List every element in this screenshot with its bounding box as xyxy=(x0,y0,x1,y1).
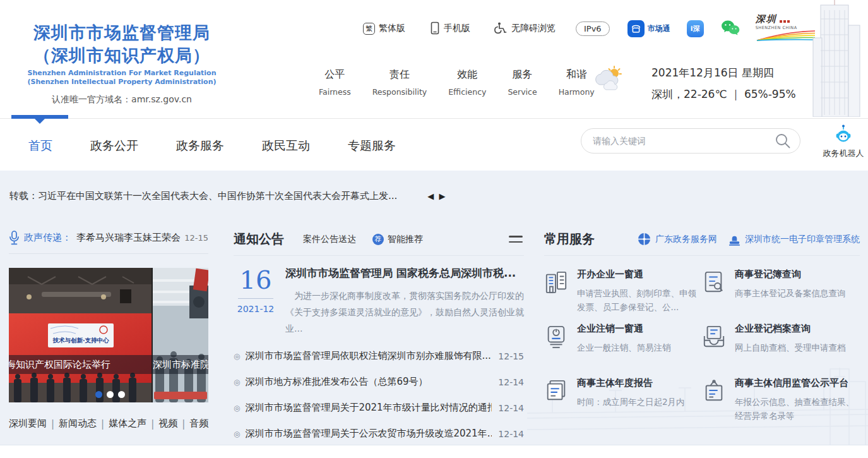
bullet-icon: ◎ xyxy=(234,352,240,361)
carousel-caption: 海知识产权国际论坛举行 xyxy=(9,359,153,371)
content-area: 转载：习近平在中国文联第十一次全国代表大会、中国作协第十次全国代表大会开幕式上发… xyxy=(0,171,868,445)
bullet-icon: ◎ xyxy=(234,430,240,438)
doc-search-icon xyxy=(702,270,726,295)
link-audio[interactable]: 音频 xyxy=(189,418,208,430)
more-menu-icon[interactable] xyxy=(508,233,524,245)
site-logo[interactable]: 深圳市市场监督管理局 （深圳市知识产权局） Shenzhen Administr… xyxy=(18,21,226,105)
notices-title: 通知公告 xyxy=(234,231,284,248)
guangdong-service-link[interactable]: 广东政务服务网 xyxy=(638,232,717,246)
featured-title[interactable]: 深圳市市场监督管理局 国家税务总局深圳市税... xyxy=(285,266,524,280)
nav-item-interaction[interactable]: 政民互动 xyxy=(262,138,310,154)
gov-robot-button[interactable]: 政务机器人 xyxy=(821,124,866,159)
carousel-dot-3[interactable] xyxy=(118,391,125,398)
notices-column: 通知公告 案件公告送达 荐 智能推荐 16 2021-12 深圳市市场监督管理局… xyxy=(234,231,524,447)
recommend-badge-icon: 荐 xyxy=(372,234,384,245)
nav-item-home[interactable]: 首页 xyxy=(28,138,52,154)
search-icon[interactable] xyxy=(775,133,791,149)
featured-summary: 为进一步深化商事制度改革，贯彻落实国务院办公厅印发的《关于支持多渠道灵活就业的意… xyxy=(285,287,524,337)
phone-icon xyxy=(429,21,441,35)
service-card-annual-report[interactable]: 商事主体年度报告 时间：成立周年之日起2月内 xyxy=(544,377,702,431)
weather-date: 2021年12月16日 星期四 xyxy=(651,66,796,80)
link-news-updates[interactable]: 新闻动态 xyxy=(59,418,97,430)
services-header: 常用服务 广东政务服务网 xyxy=(544,231,860,256)
featured-date: 16 2021-12 xyxy=(234,266,278,337)
carousel-caption-next: 深圳市标准院 xyxy=(153,359,208,371)
smart-recommend-link[interactable]: 荐 智能推荐 xyxy=(372,234,423,245)
services-column: 常用服务 广东政务服务网 xyxy=(544,231,860,431)
i-shenzhen-app-icon[interactable]: i深 xyxy=(687,20,704,37)
mobile-version-link[interactable]: 手机版 xyxy=(429,21,470,35)
value-responsibility: 责任 Responsibility xyxy=(372,68,427,97)
voice-news-row[interactable]: 政声传递： 李希马兴瑞李玉妹王荣会... 12-15 xyxy=(9,231,208,254)
service-card-registry-query[interactable]: 商事登记簿查询 商事主体登记及备案信息查询 xyxy=(702,268,860,323)
ipv6-badge[interactable]: IPv6 xyxy=(576,21,610,36)
bullet-icon: ◎ xyxy=(234,404,240,413)
main-nav: 首页 政务公开 政务服务 政民互动 专题服务 xyxy=(0,118,868,171)
voice-news-date: 12-15 xyxy=(184,233,208,243)
notice-list: ◎ 深圳市市场监督管理局依职权注销深圳市别亦难服饰有限... 12-15 ◎ 深… xyxy=(234,343,524,447)
voice-news-headline[interactable]: 李希马兴瑞李玉妹王荣会... xyxy=(76,232,181,244)
news-column: 政声传递： 李希马兴瑞李玉妹王荣会... 12-15 xyxy=(9,231,208,430)
service-card-open-business[interactable]: 开办企业一窗通 申请营业执照、刻制印章、申领发票、员工参保登记、公... xyxy=(544,268,702,323)
robot-icon xyxy=(831,124,855,144)
wechat-icon[interactable] xyxy=(720,20,740,37)
weather-text: 2021年12月16日 星期四 深圳，22-26℃ ｜ 65%-95% xyxy=(651,66,796,102)
site-title-cn2: （深圳市知识产权局） xyxy=(18,44,226,67)
link-shenzhen-news[interactable]: 深圳要闻 xyxy=(9,418,47,430)
site-header: 深圳市市场监督管理局 （深圳市知识产权局） Shenzhen Administr… xyxy=(0,0,868,118)
seal-icon xyxy=(728,233,740,246)
link-video[interactable]: 视频 xyxy=(158,418,177,430)
link-media-voice[interactable]: 媒体之声 xyxy=(109,418,146,430)
weather-widget: 2021年12月16日 星期四 深圳，22-26℃ ｜ 65%-95% xyxy=(593,66,796,102)
carousel-dot-1[interactable] xyxy=(95,391,102,398)
red-seal-marks xyxy=(780,20,790,23)
market-app-icon xyxy=(627,20,645,37)
carousel-dot-2[interactable] xyxy=(107,391,114,398)
pinwheel-icon xyxy=(638,232,651,246)
carousel-next-slide-photo xyxy=(153,268,208,402)
search-input[interactable] xyxy=(593,136,775,146)
carousel-slide-photo: 技术与创新·支持中心 xyxy=(9,268,152,402)
report-docs-icon xyxy=(544,378,568,404)
market-app-link[interactable]: 市场通 xyxy=(627,20,670,37)
case-announcement-link[interactable]: 案件公告送达 xyxy=(303,234,356,245)
nav-item-gov-disclosure[interactable]: 政务公开 xyxy=(90,138,138,154)
ticker-next-icon[interactable]: ▶ xyxy=(439,191,446,201)
nav-item-special-services[interactable]: 专题服务 xyxy=(348,138,396,154)
active-tab-arrow xyxy=(35,119,45,124)
notice-item[interactable]: ◎ 深圳市市场监督管理局关于公示农贸市场升级改造2021年... 12-14 xyxy=(234,421,524,447)
site-title-cn: 深圳市市场监督管理局 xyxy=(18,21,226,44)
nav-item-gov-services[interactable]: 政务服务 xyxy=(176,138,224,154)
featured-notice[interactable]: 16 2021-12 深圳市市场监督管理局 国家税务总局深圳市税... 为进一步… xyxy=(234,266,524,337)
ticker-headline[interactable]: 转载：习近平在中国文联第十一次全国代表大会、中国作协第十次全国代表大会开幕式上发… xyxy=(9,190,397,202)
notice-item[interactable]: ◎ 深圳市市场监督管理局依职权注销深圳市别亦难服饰有限... 12-15 xyxy=(234,343,524,369)
service-card-archive-query[interactable]: 企业登记档案查询 网上自助查档、受理申请查档 xyxy=(702,323,860,377)
notice-item[interactable]: ◎ 深圳市市场监督管理局关于2021年市级计量比对情况的通报 12-14 xyxy=(234,395,524,421)
core-values: 公平 Fairness 责任 Responsibility 效能 Efficie… xyxy=(319,68,616,97)
accessibility-link[interactable]: 无障碍浏览 xyxy=(494,21,556,35)
value-efficiency: 效能 Efficiency xyxy=(448,68,486,97)
carousel-dots xyxy=(95,391,129,398)
ticker-controls: ◀ ▶ xyxy=(427,191,446,201)
services-title: 常用服务 xyxy=(544,231,595,248)
ticker-prev-icon[interactable]: ◀ xyxy=(427,191,435,201)
voice-news-label: 政声传递： xyxy=(24,232,71,244)
bullet-icon: ◎ xyxy=(234,378,240,387)
e-seal-system-link[interactable]: 深圳市统一电子印章管理系统 xyxy=(728,233,860,246)
official-domain-note: 认准唯一官方域名：amr.sz.gov.cn xyxy=(18,94,226,105)
value-fairness: 公平 Fairness xyxy=(319,68,351,97)
traditional-version-link[interactable]: 繁 繁体版 xyxy=(363,23,405,35)
featured-day: 16 xyxy=(234,266,278,294)
traditional-icon: 繁 xyxy=(363,23,375,35)
news-category-links: 深圳要闻| 新闻动态| 媒体之声| 视频| 音频 xyxy=(9,418,208,430)
utility-bar: 繁 繁体版 手机版 无障碍浏览 IPv6 xyxy=(363,18,816,39)
carousel-caption-bar: 海知识产权国际论坛举行 深圳市标准院 xyxy=(9,355,208,374)
building-doc-icon xyxy=(544,270,568,295)
service-card-deregister[interactable]: 企业注销一窗通 企业一般注销、简易注销 xyxy=(544,323,702,377)
notice-item[interactable]: ◎ 深圳市地方标准批准发布公告（总第69号） 12-14 xyxy=(234,369,524,395)
weather-icon xyxy=(593,66,625,93)
news-carousel[interactable]: 技术与创新·支持中心 xyxy=(9,268,208,402)
microphone-icon xyxy=(9,231,20,245)
wheelchair-icon xyxy=(494,21,508,35)
service-card-credit-platform[interactable]: 商事主体信用监管公示平台 年报公示信息、抽查检查结果、经营异常名录等 xyxy=(702,377,860,431)
